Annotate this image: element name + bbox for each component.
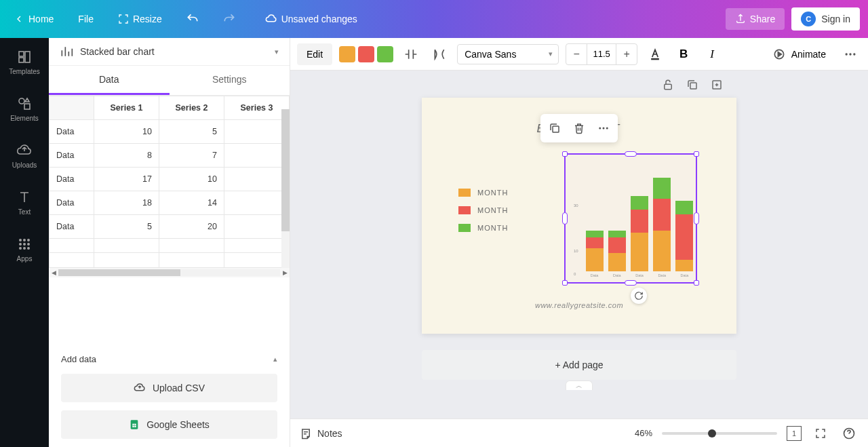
- chart-element[interactable]: 01030DataDataDataDataData: [564, 153, 697, 284]
- col-header[interactable]: Series 3: [224, 96, 289, 120]
- resize-handle[interactable]: [562, 212, 568, 225]
- bold-icon[interactable]: B: [673, 43, 694, 65]
- font-size-stepper: − 11.5 +: [566, 43, 637, 65]
- lock-icon[interactable]: [660, 77, 675, 92]
- help-icon[interactable]: [840, 424, 859, 443]
- animate-button[interactable]: Animate: [766, 43, 833, 65]
- table-row[interactable]: Data520: [50, 215, 290, 239]
- svg-point-20: [853, 53, 855, 55]
- nav-elements[interactable]: Elements: [0, 92, 49, 126]
- col-header[interactable]: Series 2: [159, 96, 224, 120]
- chart-type-selector[interactable]: Stacked bar chart ▾: [49, 38, 290, 66]
- table-row[interactable]: Data105: [50, 120, 290, 144]
- svg-point-25: [599, 128, 601, 130]
- data-table[interactable]: Series 1 Series 2 Series 3 Data105 Data8…: [49, 96, 290, 268]
- side-panel: Stacked bar chart ▾ Data Settings Series…: [49, 38, 290, 447]
- resize-handle[interactable]: [694, 280, 699, 286]
- resize-handle[interactable]: [694, 212, 699, 225]
- svg-point-11: [19, 247, 22, 250]
- add-page-button[interactable]: + Add page: [422, 350, 736, 380]
- table-header-row: Series 1 Series 2 Series 3: [50, 96, 290, 120]
- scroll-right-arrow[interactable]: ▶: [280, 268, 290, 277]
- undo-button[interactable]: [181, 7, 204, 31]
- edit-button[interactable]: Edit: [297, 43, 332, 65]
- italic-icon[interactable]: I: [701, 43, 723, 65]
- resize-handle[interactable]: [625, 280, 637, 286]
- nav-templates[interactable]: Templates: [0, 45, 49, 79]
- svg-rect-0: [19, 52, 24, 56]
- avatar: C: [801, 12, 816, 26]
- table-row[interactable]: Data1710: [50, 168, 290, 191]
- element-floating-toolbar: [540, 114, 618, 142]
- fullscreen-icon[interactable]: [811, 424, 830, 443]
- zoom-value[interactable]: 46%: [635, 428, 652, 438]
- svg-point-12: [23, 247, 26, 250]
- element-more-icon[interactable]: [592, 117, 615, 140]
- add-page-above-icon[interactable]: [709, 77, 724, 92]
- chevron-up-icon: ▴: [273, 355, 277, 364]
- share-button[interactable]: Share: [726, 8, 785, 30]
- swatch-series1[interactable]: [339, 46, 355, 62]
- table-scroll-vertical[interactable]: [281, 109, 290, 268]
- file-menu[interactable]: File: [73, 9, 99, 28]
- svg-rect-22: [690, 83, 696, 89]
- svg-rect-24: [553, 126, 559, 132]
- svg-point-18: [846, 53, 848, 55]
- add-data-toggle[interactable]: Add data ▴: [49, 345, 290, 374]
- upload-csv-button[interactable]: Upload CSV: [61, 374, 277, 402]
- swatch-series3[interactable]: [377, 46, 393, 62]
- svg-point-5: [19, 239, 22, 241]
- resize-handle[interactable]: [625, 151, 637, 157]
- more-icon[interactable]: [840, 43, 861, 65]
- flip-icon[interactable]: [400, 43, 422, 65]
- home-button[interactable]: Home: [8, 9, 59, 28]
- svg-rect-21: [665, 84, 672, 90]
- legend-item: MONTH: [458, 189, 508, 197]
- table-scroll-horizontal[interactable]: ◀ ▶: [49, 268, 290, 277]
- resize-button[interactable]: Resize: [113, 9, 167, 28]
- duplicate-page-icon[interactable]: [685, 77, 700, 92]
- duplicate-element-icon[interactable]: [543, 117, 566, 140]
- chevron-down-icon: ▾: [275, 47, 279, 56]
- nav-text[interactable]: Text: [0, 185, 49, 220]
- svg-point-7: [27, 239, 30, 241]
- resize-handle[interactable]: [694, 151, 699, 157]
- page-number-icon[interactable]: 1: [787, 426, 802, 441]
- font-selector[interactable]: Canva Sans: [457, 44, 559, 64]
- signin-button[interactable]: C Sign in: [791, 7, 860, 31]
- scroll-thumb-h[interactable]: [58, 269, 180, 276]
- scroll-thumb[interactable]: [281, 109, 290, 231]
- size-decrease[interactable]: −: [566, 44, 587, 64]
- table-row[interactable]: Data1814: [50, 191, 290, 215]
- size-value[interactable]: 11.5: [587, 44, 616, 64]
- nav-uploads[interactable]: Uploads: [0, 138, 49, 173]
- google-sheets-button[interactable]: Google Sheets: [61, 410, 277, 439]
- notes-button[interactable]: Notes: [300, 427, 342, 440]
- scroll-left-arrow[interactable]: ◀: [49, 268, 58, 277]
- redo-button[interactable]: [218, 7, 241, 31]
- table-row[interactable]: Data87: [50, 144, 290, 168]
- canvas-zone[interactable]: BAR CHART MONTH MONTH MONTH: [290, 71, 868, 419]
- svg-rect-15: [133, 424, 136, 427]
- col-header[interactable]: Series 1: [94, 96, 159, 120]
- save-status: Unsaved changes: [260, 9, 363, 29]
- table-corner: [50, 96, 94, 120]
- text-color-icon[interactable]: [644, 43, 666, 65]
- page-footer[interactable]: www.reallygreatsite.com: [422, 301, 736, 309]
- swatch-series2[interactable]: [358, 46, 374, 62]
- resize-handle[interactable]: [562, 151, 568, 157]
- collapse-panel-icon[interactable]: ︿: [566, 381, 593, 390]
- canvas-page[interactable]: BAR CHART MONTH MONTH MONTH: [422, 98, 736, 334]
- spacing-icon[interactable]: [429, 43, 450, 65]
- delete-element-icon[interactable]: [568, 117, 591, 140]
- nav-apps[interactable]: Apps: [0, 232, 49, 267]
- zoom-slider-thumb[interactable]: [708, 429, 716, 438]
- resize-handle[interactable]: [562, 280, 568, 286]
- size-increase[interactable]: +: [616, 44, 637, 64]
- table-row[interactable]: [50, 253, 290, 268]
- tab-settings[interactable]: Settings: [170, 66, 290, 95]
- table-row[interactable]: [50, 239, 290, 253]
- svg-point-10: [27, 243, 30, 246]
- zoom-slider[interactable]: [662, 432, 777, 435]
- tab-data[interactable]: Data: [49, 66, 170, 95]
